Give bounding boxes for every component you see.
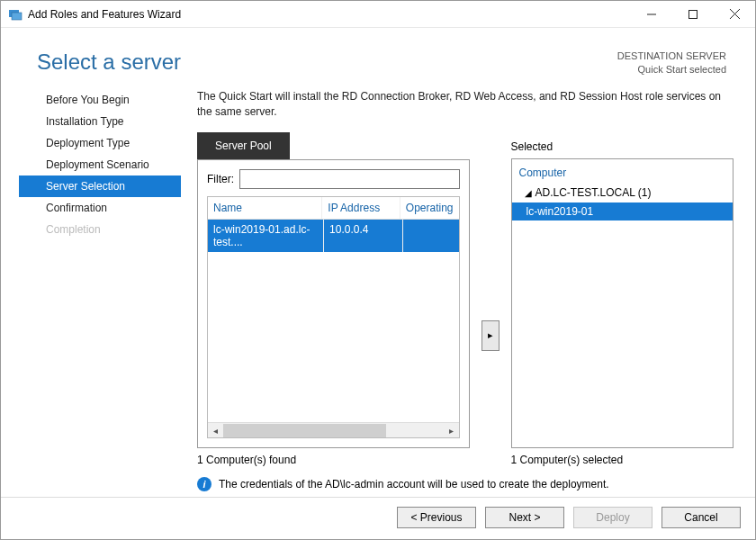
next-button[interactable]: Next >	[485, 507, 564, 528]
server-pool-table: Name IP Address Operating lc-win2019-01.…	[207, 196, 460, 438]
destination-server-value: Quick Start selected	[617, 63, 726, 76]
info-row: i The credentials of the AD\lc-admin acc…	[197, 466, 734, 497]
server-pool-column: Server Pool Filter: Name IP Address Oper…	[197, 132, 470, 448]
scroll-right-icon[interactable]: ▸	[444, 423, 459, 438]
filter-label: Filter:	[207, 173, 234, 185]
server-pool-table-header: Name IP Address Operating	[208, 197, 459, 220]
deploy-button: Deploy	[573, 507, 652, 528]
svg-rect-1	[12, 13, 22, 20]
table-empty-area	[208, 252, 459, 422]
add-to-selected-button[interactable]: ▸	[482, 320, 500, 351]
window-title: Add Roles and Features Wizard	[28, 8, 181, 21]
tree-computer-node[interactable]: lc-win2019-01	[512, 202, 734, 220]
page-title: Select a server	[37, 50, 181, 76]
wizard-footer: < Previous Next > Deploy Cancel	[1, 497, 755, 539]
cancel-button[interactable]: Cancel	[662, 507, 741, 528]
server-manager-icon	[8, 7, 22, 22]
wizard-body: Before You Begin Installation Type Deplo…	[1, 84, 755, 497]
cell-ip: 10.0.0.4	[324, 220, 403, 252]
nav-before-you-begin[interactable]: Before You Begin	[19, 89, 181, 111]
wizard-header: Select a server DESTINATION SERVER Quick…	[1, 28, 755, 84]
intro-text: The Quick Start will install the RD Conn…	[197, 89, 734, 121]
scroll-left-icon[interactable]: ◂	[208, 423, 223, 438]
server-selection-grid: Server Pool Filter: Name IP Address Oper…	[197, 132, 734, 448]
nav-deployment-scenario[interactable]: Deployment Scenario	[19, 154, 181, 176]
caret-down-icon: ◢	[525, 188, 532, 198]
col-header-name[interactable]: Name	[208, 197, 322, 219]
close-button[interactable]	[714, 1, 755, 28]
selected-box: Computer ◢ AD.LC-TEST.LOCAL (1) lc-win20…	[511, 158, 734, 448]
cell-os	[403, 220, 459, 252]
nav-installation-type[interactable]: Installation Type	[19, 111, 181, 132]
destination-server-label: DESTINATION SERVER	[617, 50, 726, 63]
move-column: ▸	[481, 132, 500, 448]
svg-rect-3	[689, 10, 698, 18]
previous-button[interactable]: < Previous	[397, 507, 476, 528]
nav-deployment-type[interactable]: Deployment Type	[19, 132, 181, 154]
info-text: The credentials of the AD\lc-admin accou…	[219, 478, 609, 490]
computers-selected-text: 1 Computer(s) selected	[511, 454, 734, 466]
window-controls	[631, 1, 755, 28]
horizontal-scrollbar[interactable]: ◂ ▸	[208, 422, 459, 437]
table-row[interactable]: lc-win2019-01.ad.lc-test.... 10.0.0.4	[208, 220, 459, 252]
triangle-right-icon: ▸	[488, 329, 493, 341]
col-header-os[interactable]: Operating	[400, 197, 459, 219]
tree-domain-node[interactable]: ◢ AD.LC-TEST.LOCAL (1)	[512, 184, 734, 201]
titlebar: Add Roles and Features Wizard	[1, 1, 755, 28]
server-pool-box: Filter: Name IP Address Operating lc-win…	[197, 159, 470, 448]
tree-domain-label: AD.LC-TEST.LOCAL (1)	[536, 186, 652, 199]
wizard-steps-nav: Before You Begin Installation Type Deplo…	[19, 84, 181, 497]
cell-name: lc-win2019-01.ad.lc-test....	[208, 220, 324, 252]
selected-column: Selected Computer ◢ AD.LC-TEST.LOCAL (1)…	[511, 132, 734, 448]
wizard-content: The Quick Start will install the RD Conn…	[181, 84, 755, 497]
filter-row: Filter:	[207, 169, 460, 189]
scroll-thumb[interactable]	[223, 424, 386, 437]
count-row: 1 Computer(s) found 1 Computer(s) select…	[197, 448, 734, 466]
selected-column-header[interactable]: Computer	[512, 165, 734, 184]
computers-found-text: 1 Computer(s) found	[197, 454, 470, 466]
maximize-button[interactable]	[672, 1, 714, 28]
minimize-button[interactable]	[631, 1, 672, 28]
nav-completion: Completion	[19, 219, 181, 240]
filter-input[interactable]	[239, 169, 460, 189]
nav-server-selection[interactable]: Server Selection	[19, 176, 181, 197]
col-header-ip[interactable]: IP Address	[322, 197, 400, 219]
wizard-window: Add Roles and Features Wizard Select a s…	[0, 0, 756, 540]
selected-label: Selected	[511, 132, 734, 158]
server-pool-tab[interactable]: Server Pool	[197, 132, 290, 159]
destination-server-block: DESTINATION SERVER Quick Start selected	[617, 50, 726, 76]
nav-confirmation[interactable]: Confirmation	[19, 197, 181, 219]
info-icon: i	[197, 477, 212, 491]
